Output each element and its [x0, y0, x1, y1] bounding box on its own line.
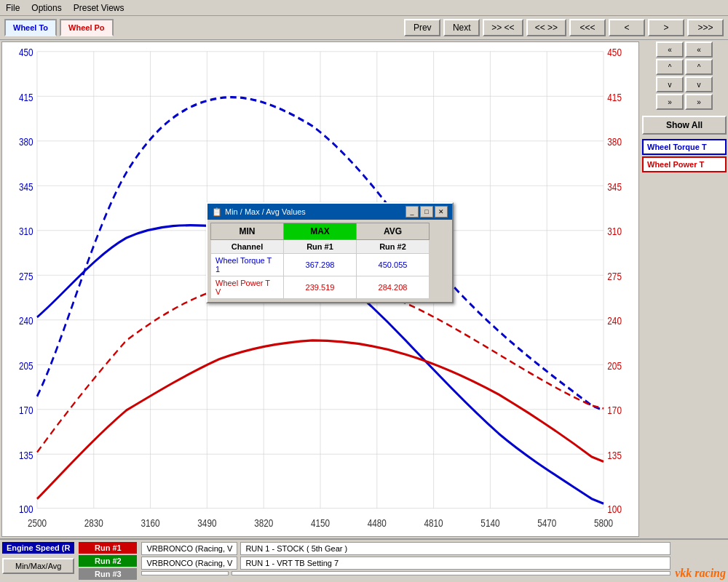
col-max-header: MAX: [284, 223, 357, 240]
min-max-avg-button[interactable]: Min/Max/Avg: [2, 558, 74, 574]
run-1-name: VRBRONCO (Racing, V: [141, 542, 237, 555]
tab-wheel-torque[interactable]: Wheel To: [4, 19, 57, 36]
btn-triple-right[interactable]: >>>: [687, 19, 724, 36]
scroll-down-down-right[interactable]: »: [685, 94, 713, 110]
svg-text:5800: 5800: [594, 517, 613, 529]
run-info-row-2: VRBRONCO (Racing, V RUN 1 - VRT TB Setti…: [141, 557, 670, 570]
svg-text:3820: 3820: [254, 517, 273, 529]
svg-text:170: 170: [607, 404, 622, 416]
svg-text:275: 275: [607, 271, 622, 282]
scroll-up-left[interactable]: ^: [656, 59, 684, 75]
right-panel: « ^ v » « ^ v » Show All Wheel Torque T …: [641, 40, 728, 538]
svg-text:415: 415: [607, 92, 622, 103]
svg-text:380: 380: [19, 136, 33, 148]
btn-single-right[interactable]: >: [648, 19, 684, 36]
menu-preset-views[interactable]: Preset Views: [74, 3, 124, 13]
row2-run1: 239.519: [284, 276, 357, 299]
show-all-button[interactable]: Show All: [642, 116, 727, 135]
svg-text:100: 100: [19, 503, 33, 515]
run-info-row-3: [141, 571, 670, 575]
col-avg-header: AVG: [357, 223, 430, 240]
menu-options[interactable]: Options: [31, 3, 61, 13]
svg-text:2500: 2500: [28, 517, 47, 529]
svg-text:450: 450: [19, 47, 33, 58]
svg-text:415: 415: [19, 92, 33, 103]
svg-text:240: 240: [607, 315, 622, 327]
svg-text:5470: 5470: [537, 517, 556, 529]
min-max-table: MIN MAX AVG Channel Run #1 Run #2: [210, 223, 430, 299]
bottom-section: Engine Speed (R Min/Max/Avg Run #1 Run #…: [0, 538, 728, 582]
run-2-name: VRBRONCO (Racing, V: [141, 557, 237, 570]
scroll-up-up-right[interactable]: «: [685, 41, 713, 57]
table-row: Wheel Torque T 1 367.298 450.055: [211, 254, 430, 276]
row1-channel: Wheel Torque T 1: [211, 254, 284, 276]
svg-text:450: 450: [607, 47, 622, 58]
run-2-desc: RUN 1 - VRT TB Setting 7: [240, 557, 670, 570]
run-1-label[interactable]: Run #1: [79, 542, 137, 554]
subheader-run2: Run #2: [357, 240, 430, 254]
svg-text:205: 205: [607, 360, 622, 372]
engine-speed-label: Engine Speed (R: [2, 542, 74, 554]
svg-text:310: 310: [607, 226, 622, 237]
btn-triple-left[interactable]: <<<: [569, 19, 606, 36]
svg-text:380: 380: [607, 136, 622, 148]
table-row: Wheel Power T V 239.519 284.208: [211, 276, 430, 299]
btn-double-chevron-1[interactable]: >> <<: [483, 19, 523, 36]
scroll-up-up-left[interactable]: «: [656, 41, 684, 57]
svg-text:310: 310: [19, 226, 33, 237]
legend-wheel-torque[interactable]: Wheel Torque T: [642, 139, 727, 155]
svg-text:170: 170: [19, 404, 33, 416]
svg-text:2830: 2830: [84, 517, 103, 529]
run-3-name: [141, 571, 229, 575]
svg-text:345: 345: [19, 181, 33, 193]
svg-text:3160: 3160: [141, 517, 160, 529]
prev-button[interactable]: Prev: [404, 19, 440, 36]
dialog-title-icon: 📋: [212, 207, 222, 217]
chart-area: 450 415 380 345 310 275 240 205 170 135 …: [1, 41, 639, 537]
min-max-dialog: 📋 Min / Max / Avg Values _ □ ✕ MIN MAX: [206, 202, 454, 303]
btn-single-left[interactable]: <: [609, 19, 645, 36]
svg-text:4480: 4480: [368, 517, 387, 529]
btn-double-chevron-2[interactable]: << >>: [526, 19, 566, 36]
menu-file[interactable]: File: [6, 3, 20, 13]
scroll-down-right[interactable]: v: [685, 76, 713, 92]
run-1-desc: RUN 1 - STOCK ( 5th Gear ): [240, 542, 670, 555]
run-label-list: Run #1 Run #2 Run #3: [79, 542, 137, 580]
scroll-down-down-left[interactable]: »: [656, 94, 684, 110]
scroll-down-left[interactable]: v: [656, 76, 684, 92]
svg-text:205: 205: [19, 360, 33, 372]
dialog-title-text: Min / Max / Avg Values: [225, 207, 306, 216]
dialog-restore-button[interactable]: □: [420, 206, 433, 218]
svg-text:135: 135: [19, 450, 33, 461]
svg-text:3490: 3490: [197, 517, 216, 529]
row2-run2: 284.208: [357, 276, 430, 299]
svg-text:4150: 4150: [311, 517, 330, 529]
dialog-title-bar[interactable]: 📋 Min / Max / Avg Values _ □ ✕: [207, 204, 452, 220]
subheader-channel: Channel: [211, 240, 284, 254]
subheader-run1: Run #1: [284, 240, 357, 254]
run-info-row-1: VRBRONCO (Racing, V RUN 1 - STOCK ( 5th …: [141, 542, 670, 555]
svg-text:345: 345: [607, 181, 622, 193]
svg-text:135: 135: [607, 450, 622, 461]
row1-run1: 367.298: [284, 254, 357, 276]
run-3-label[interactable]: Run #3: [79, 568, 137, 580]
legend-wheel-power[interactable]: Wheel Power T: [642, 156, 727, 172]
run-info-list: VRBRONCO (Racing, V RUN 1 - STOCK ( 5th …: [141, 542, 670, 575]
run-3-desc: [232, 571, 670, 575]
svg-text:275: 275: [19, 271, 33, 282]
scroll-up-right[interactable]: ^: [685, 59, 713, 75]
vkk-logo: vkk racing: [675, 567, 726, 580]
svg-text:100: 100: [607, 503, 622, 515]
col-min-header: MIN: [211, 223, 284, 240]
dialog-minimize-button[interactable]: _: [405, 206, 419, 218]
run-2-label[interactable]: Run #2: [79, 555, 137, 567]
svg-text:240: 240: [19, 315, 33, 327]
tab-wheel-power[interactable]: Wheel Po: [60, 19, 114, 36]
dialog-close-button[interactable]: ✕: [435, 206, 448, 218]
row1-run2: 450.055: [357, 254, 430, 276]
row2-channel: Wheel Power T V: [211, 276, 284, 299]
svg-text:4810: 4810: [424, 517, 443, 529]
svg-text:5140: 5140: [480, 517, 499, 529]
next-button[interactable]: Next: [443, 19, 480, 36]
